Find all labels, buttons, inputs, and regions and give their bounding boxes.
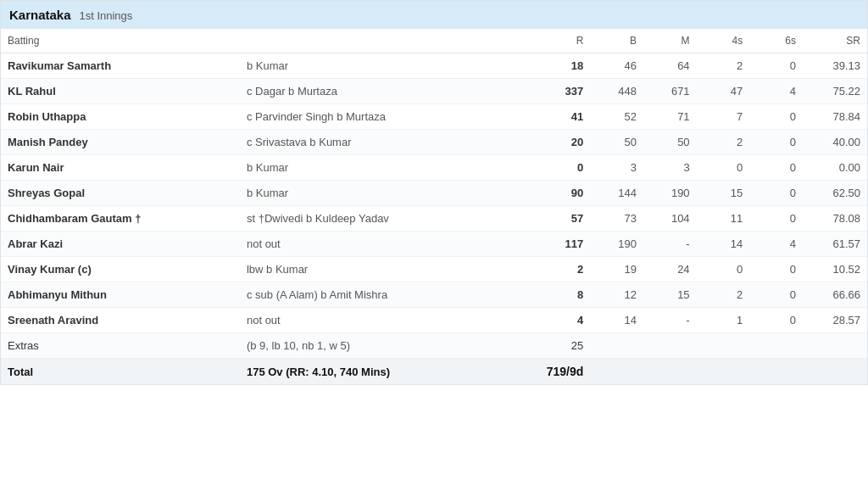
- batsman-name: Manish Pandey: [1, 130, 240, 155]
- total-detail: 175 Ov (RR: 4.10, 740 Mins): [240, 359, 511, 385]
- table-row: Karun Nair b Kumar 0 3 3 0 0 0.00: [1, 155, 867, 181]
- minutes: 71: [643, 104, 697, 130]
- runs: 57: [511, 206, 590, 232]
- dismissal-text: c sub (A Alam) b Amit Mishra: [240, 282, 511, 308]
- minutes: 24: [643, 257, 697, 282]
- sixes: 0: [749, 206, 803, 232]
- table-row: Robin Uthappa c Parvinder Singh b Murtaz…: [1, 104, 867, 130]
- balls: 14: [590, 308, 643, 333]
- dismissal-text: lbw b Kumar: [240, 257, 511, 282]
- fours: 2: [697, 53, 750, 79]
- sixes: 0: [749, 130, 803, 155]
- fours: 15: [697, 181, 750, 206]
- fours: 1: [697, 308, 750, 333]
- batsman-name: KL Rahul: [1, 79, 240, 104]
- minutes: 671: [643, 79, 697, 104]
- dismissal-text: not out: [240, 232, 511, 257]
- runs: 18: [511, 53, 590, 79]
- fours: 14: [697, 232, 750, 257]
- table-row: KL Rahul c Dagar b Murtaza 337 448 671 4…: [1, 79, 867, 104]
- balls: 448: [590, 79, 643, 104]
- sixes: 0: [749, 181, 803, 206]
- fours: 2: [697, 282, 750, 308]
- balls: 19: [590, 257, 643, 282]
- total-row: Total 175 Ov (RR: 4.10, 740 Mins) 719/9d: [1, 359, 867, 385]
- balls: 52: [590, 104, 643, 130]
- fours: 47: [697, 79, 750, 104]
- balls: 144: [590, 181, 643, 206]
- dismissal-text: c Srivastava b Kumar: [240, 130, 511, 155]
- dismissal-text: c Dagar b Murtaza: [240, 79, 511, 104]
- dismissal-text: b Kumar: [240, 155, 511, 181]
- strike-rate: 78.84: [803, 104, 867, 130]
- batsman-name: Abrar Kazi: [1, 232, 240, 257]
- minutes: -: [643, 308, 697, 333]
- strike-rate: 62.50: [803, 181, 867, 206]
- dismissal-text: b Kumar: [240, 53, 511, 79]
- runs: 2: [511, 257, 590, 282]
- runs: 90: [511, 181, 590, 206]
- runs: 117: [511, 232, 590, 257]
- fours: 11: [697, 206, 750, 232]
- strike-rate: 40.00: [803, 130, 867, 155]
- table-row: Sreenath Aravind not out 4 14 - 1 0 28.5…: [1, 308, 867, 333]
- strike-rate: 39.13: [803, 53, 867, 79]
- strike-rate: 28.57: [803, 308, 867, 333]
- sixes: 0: [749, 104, 803, 130]
- runs: 337: [511, 79, 590, 104]
- dismissal-text: not out: [240, 308, 511, 333]
- fours: 0: [697, 257, 750, 282]
- col-header-sr: SR: [803, 29, 867, 53]
- strike-rate: 75.22: [803, 79, 867, 104]
- sixes: 4: [749, 232, 803, 257]
- sixes: 0: [749, 257, 803, 282]
- extras-detail: (b 9, lb 10, nb 1, w 5): [240, 333, 511, 359]
- strike-rate: 66.66: [803, 282, 867, 308]
- batsman-name: Sreenath Aravind: [1, 308, 240, 333]
- total-value: 719/9d: [511, 359, 590, 385]
- minutes: 190: [643, 181, 697, 206]
- col-header-6s: 6s: [749, 29, 803, 53]
- table-row: Manish Pandey c Srivastava b Kumar 20 50…: [1, 130, 867, 155]
- extras-row: Extras (b 9, lb 10, nb 1, w 5) 25: [1, 333, 867, 359]
- balls: 50: [590, 130, 643, 155]
- scorecard: Karnataka 1st Innings Batting R B M 4s 6…: [0, 0, 868, 385]
- runs: 4: [511, 308, 590, 333]
- total-label: Total: [1, 359, 240, 385]
- sixes: 4: [749, 79, 803, 104]
- batsman-name: Robin Uthappa: [1, 104, 240, 130]
- dismissal-text: st †Dwivedi b Kuldeep Yadav: [240, 206, 511, 232]
- minutes: 15: [643, 282, 697, 308]
- runs: 8: [511, 282, 590, 308]
- sixes: 0: [749, 282, 803, 308]
- balls: 3: [590, 155, 643, 181]
- dismissal-text: c Parvinder Singh b Murtaza: [240, 104, 511, 130]
- strike-rate: 78.08: [803, 206, 867, 232]
- col-header-4s: 4s: [697, 29, 750, 53]
- runs: 20: [511, 130, 590, 155]
- strike-rate: 61.57: [803, 232, 867, 257]
- dismissal-text: b Kumar: [240, 181, 511, 206]
- innings-label: 1st Innings: [79, 9, 132, 22]
- minutes: -: [643, 232, 697, 257]
- minutes: 3: [643, 155, 697, 181]
- batsman-name: Ravikumar Samarth: [1, 53, 240, 79]
- team-name: Karnataka: [9, 8, 71, 22]
- col-header-dismissal: [240, 29, 511, 53]
- table-row: Ravikumar Samarth b Kumar 18 46 64 2 0 3…: [1, 53, 867, 79]
- innings-header: Karnataka 1st Innings: [1, 1, 867, 29]
- batsman-name: Shreyas Gopal: [1, 181, 240, 206]
- strike-rate: 10.52: [803, 257, 867, 282]
- batsman-name: Karun Nair: [1, 155, 240, 181]
- batsman-name: Abhimanyu Mithun: [1, 282, 240, 308]
- col-header-r: R: [511, 29, 590, 53]
- batsman-name: Vinay Kumar (c): [1, 257, 240, 282]
- col-header-m: M: [643, 29, 697, 53]
- runs: 0: [511, 155, 590, 181]
- strike-rate: 0.00: [803, 155, 867, 181]
- runs: 41: [511, 104, 590, 130]
- batsman-name: Chidhambaram Gautam †: [1, 206, 240, 232]
- minutes: 104: [643, 206, 697, 232]
- fours: 7: [697, 104, 750, 130]
- sixes: 0: [749, 308, 803, 333]
